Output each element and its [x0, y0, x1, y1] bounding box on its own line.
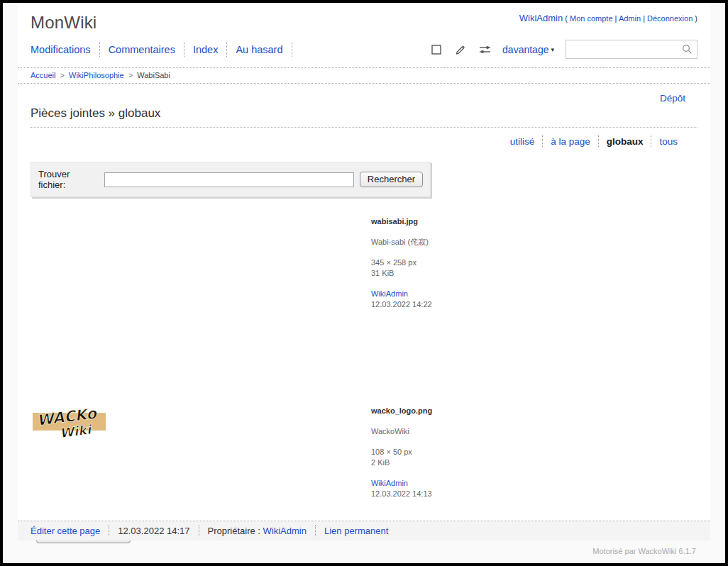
last-modified-timestamp: 12.03.2022 14:17 — [109, 526, 198, 536]
permalink-link[interactable]: Lien permanent — [316, 526, 397, 536]
admin-link[interactable]: Admin — [619, 14, 641, 23]
nav-item-commentaires[interactable]: Commentaires — [100, 44, 184, 55]
nav-controls: davantage ▾ — [430, 40, 697, 59]
file-details: wabisabi.jpg Wabi-sabi (侘寂) 345 × 258 px… — [371, 214, 432, 395]
upload-date: 12.03.2022 14:22 — [371, 299, 432, 310]
file-dimensions: 345 × 258 px — [371, 257, 432, 268]
file-row-wabisabi: wabisabi.jpg Wabi-sabi (侘寂) 345 × 258 px… — [31, 214, 697, 395]
edit-page-link[interactable]: Éditer cette page — [31, 526, 109, 536]
file-thumbnail-cell — [31, 214, 371, 395]
separator: | — [643, 14, 645, 23]
nav-links: Modifications Commentaires Index Au hasa… — [31, 43, 312, 57]
tab-globaux-active[interactable]: globaux — [599, 136, 651, 147]
paren: ) — [695, 14, 697, 23]
site-title: MonWiki — [31, 13, 96, 33]
find-file-label: Trouver fichier: — [38, 169, 98, 190]
footer-bar: Éditer cette page 12.03.2022 14:17 Propr… — [18, 521, 710, 540]
file-size: 31 KiB — [371, 268, 432, 279]
breadcrumb-wikiphilosophie[interactable]: WikiPhilosophie — [69, 71, 124, 79]
settings-sliders-icon[interactable] — [478, 43, 491, 56]
file-name: wabisabi.jpg — [371, 216, 432, 227]
paren: ( — [565, 14, 568, 23]
nav-bar: Modifications Commentaires Index Au hasa… — [18, 33, 710, 68]
my-account-link[interactable]: Mon compte — [570, 14, 613, 23]
edit-pencil-icon[interactable] — [454, 43, 467, 56]
breadcrumb: Accueil > WikiPhilosophie > WabiSabi — [18, 68, 710, 84]
more-label: davantage — [502, 44, 548, 55]
bookmark-icon[interactable] — [292, 43, 312, 56]
find-file-input[interactable] — [104, 172, 354, 187]
current-user-link[interactable]: WikiAdmin — [519, 13, 563, 23]
header: MonWiki WikiAdmin ( Mon compte | Admin |… — [18, 3, 710, 33]
file-row-wacko-logo: WACKo Wiki wacko_logo.png WackoWiki 108 … — [31, 404, 697, 499]
owner-link[interactable]: WikiAdmin — [263, 526, 307, 536]
repo-row: Dépôt — [31, 93, 685, 104]
uploader-link[interactable]: WikiAdmin — [371, 478, 432, 489]
depot-link[interactable]: Dépôt — [660, 93, 685, 104]
site-search-input[interactable] — [566, 40, 697, 59]
page-background: MonWiki WikiAdmin ( Mon compte | Admin |… — [3, 3, 725, 563]
nav-item-modifications[interactable]: Modifications — [31, 44, 99, 55]
file-thumbnail-cell: WACKo Wiki — [31, 404, 371, 499]
breadcrumb-separator: > — [60, 71, 65, 79]
breadcrumb-current: WabiSabi — [137, 71, 170, 79]
more-dropdown[interactable]: davantage ▾ — [502, 44, 554, 55]
uploader-link[interactable]: WikiAdmin — [371, 289, 432, 299]
breadcrumb-accueil[interactable]: Accueil — [31, 71, 55, 79]
file-description: WackoWiki — [371, 426, 432, 437]
nav-item-au-hasard[interactable]: Au hasard — [227, 44, 291, 55]
file-dimensions: 108 × 50 px — [371, 447, 432, 457]
search-icon[interactable] — [682, 44, 693, 55]
search-box — [566, 40, 697, 59]
upload-date: 12.03.2022 14:13 — [371, 489, 432, 499]
owner-label: Propriétaire : — [208, 526, 260, 536]
file-size: 2 KiB — [371, 457, 432, 468]
tab-a-la-page[interactable]: à la page — [543, 136, 598, 147]
main-content: Dépôt Pièces jointes » globaux utilisé à… — [18, 93, 710, 543]
file-details: wacko_logo.png WackoWiki 108 × 50 px 2 K… — [371, 404, 432, 499]
owner-item: Propriétaire : WikiAdmin — [199, 526, 315, 536]
chevron-down-icon: ▾ — [551, 46, 554, 53]
separator: | — [615, 14, 617, 23]
filter-tabs: utilisé à la page globaux tous — [31, 135, 685, 147]
wacko-logo-image[interactable]: WACKo Wiki — [31, 404, 107, 439]
file-name: wacko_logo.png — [371, 406, 432, 416]
breadcrumb-separator: > — [128, 71, 133, 79]
logout-link[interactable]: Déconnexion — [647, 14, 693, 23]
tab-tous[interactable]: tous — [651, 136, 685, 147]
page-title: Pièces jointes » globaux — [31, 106, 697, 128]
tab-utilise[interactable]: utilisé — [502, 136, 543, 147]
nav-item-index[interactable]: Index — [184, 44, 226, 55]
user-bar: WikiAdmin ( Mon compte | Admin | Déconne… — [519, 13, 697, 33]
wiki-page: MonWiki WikiAdmin ( Mon compte | Admin |… — [18, 3, 710, 540]
file-description: Wabi-sabi (侘寂) — [371, 237, 432, 248]
select-checkbox-icon[interactable] — [430, 43, 443, 56]
wabisabi-image[interactable] — [31, 214, 275, 395]
find-file-panel: Trouver fichier: Rechercher — [31, 162, 431, 197]
search-button[interactable]: Rechercher — [360, 172, 423, 187]
